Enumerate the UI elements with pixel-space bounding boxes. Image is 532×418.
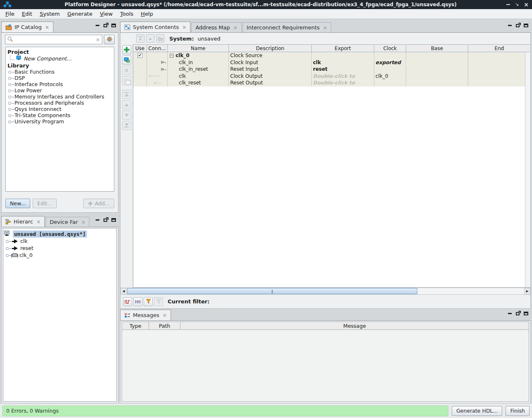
library-item[interactable]: Qsys Interconnect bbox=[7, 106, 113, 112]
export-cell[interactable]: Double-click to bbox=[312, 73, 374, 80]
generate-hdl-button[interactable]: Generate HDL... bbox=[452, 406, 502, 416]
panel-float-icon[interactable] bbox=[516, 312, 520, 315]
hierarchy-item[interactable]: clk bbox=[4, 238, 116, 245]
add-new-component-button[interactable] bbox=[122, 45, 131, 54]
clear-filter-button[interactable] bbox=[154, 297, 163, 306]
column-header-export[interactable]: Export bbox=[312, 45, 374, 52]
base-cell[interactable] bbox=[406, 66, 468, 73]
tab-hierarchy[interactable]: Hierarc × bbox=[1, 216, 45, 227]
clock-cell[interactable] bbox=[374, 52, 406, 59]
window-minimize-button[interactable] bbox=[506, 4, 510, 5]
panel-maximize-icon[interactable] bbox=[111, 24, 116, 27]
move-to-bottom-button[interactable] bbox=[122, 121, 131, 130]
clock-crossing-button[interactable] bbox=[123, 297, 132, 306]
column-header-use[interactable]: Use bbox=[133, 45, 147, 52]
library-item[interactable]: University Program bbox=[7, 118, 113, 125]
menu-system[interactable]: System bbox=[36, 10, 64, 18]
panel-float-icon[interactable] bbox=[516, 24, 520, 27]
column-header-name[interactable]: Name bbox=[168, 45, 229, 52]
use-cell[interactable] bbox=[133, 59, 147, 66]
column-header-message[interactable]: Message bbox=[181, 322, 529, 329]
panel-maximize-icon[interactable] bbox=[524, 312, 528, 315]
tab-close-icon[interactable]: × bbox=[323, 25, 327, 31]
base-cell[interactable] bbox=[406, 52, 468, 59]
connection-wire-icon[interactable]: ×──── bbox=[148, 74, 159, 78]
tree-expander-icon[interactable] bbox=[8, 70, 14, 74]
name-cell[interactable]: clk_reset bbox=[168, 79, 229, 86]
tab-interconnect-requirements[interactable]: Interconnect Requirements × bbox=[243, 22, 332, 32]
port-icon[interactable]: ⊳– bbox=[161, 67, 166, 72]
tab-ip-catalog[interactable]: IP Catalog × bbox=[1, 22, 53, 32]
table-row[interactable]: ⊳–clk_in_resetReset Inputreset bbox=[133, 66, 530, 73]
reset-crossing-button[interactable] bbox=[133, 297, 142, 306]
library-item[interactable]: Tri-State Components bbox=[7, 112, 113, 118]
panel-maximize-icon[interactable] bbox=[524, 24, 528, 27]
name-cell[interactable]: clk_in_reset bbox=[168, 66, 229, 73]
search-clear-icon[interactable]: × bbox=[96, 36, 100, 43]
name-cell[interactable]: clk bbox=[168, 73, 229, 80]
panel-float-icon[interactable] bbox=[104, 219, 107, 222]
scrollbar-track[interactable]: ‖ bbox=[127, 288, 524, 294]
parent-system-button[interactable] bbox=[156, 34, 164, 43]
export-cell[interactable]: clk bbox=[312, 59, 374, 66]
table-row[interactable]: ✔clk_0Clock Source bbox=[133, 52, 530, 59]
move-up-level-button[interactable] bbox=[136, 34, 144, 43]
menu-help[interactable]: Help bbox=[137, 10, 157, 18]
column-header-clock[interactable]: Clock bbox=[374, 45, 406, 52]
panel-minimize-icon[interactable] bbox=[508, 25, 512, 26]
library-item[interactable]: Low Power bbox=[7, 87, 113, 94]
vertical-scrollbar[interactable] bbox=[525, 52, 530, 287]
use-cell[interactable] bbox=[133, 66, 147, 73]
filter-button[interactable] bbox=[144, 297, 153, 306]
panel-minimize-icon[interactable] bbox=[96, 25, 99, 26]
finish-button[interactable]: Finish bbox=[506, 406, 530, 416]
menu-view[interactable]: View bbox=[96, 10, 116, 18]
connections-cell[interactable]: ⊳– bbox=[147, 66, 168, 73]
up-button[interactable] bbox=[146, 34, 154, 43]
scrollbar-thumb[interactable]: ‖ bbox=[127, 288, 417, 294]
table-row[interactable]: ×────clkClock OutputDouble-click toclk_0 bbox=[133, 73, 530, 80]
clock-cell[interactable]: clk_0 bbox=[374, 73, 406, 80]
export-cell[interactable]: reset bbox=[312, 66, 374, 73]
window-restore-button[interactable]: ↘ bbox=[515, 2, 519, 7]
menu-edit[interactable]: Edit bbox=[18, 10, 36, 18]
table-row[interactable]: ⊳–clk_inClock Inputclkexported bbox=[133, 59, 530, 66]
column-header-base[interactable]: Base bbox=[406, 45, 468, 52]
library-item[interactable]: Memory Interfaces and Controllers bbox=[7, 94, 113, 100]
scroll-right-arrow[interactable]: ▶ bbox=[524, 288, 530, 294]
panel-minimize-icon[interactable] bbox=[96, 219, 99, 221]
connections-cell[interactable] bbox=[147, 52, 168, 59]
hierarchy-item[interactable]: reset bbox=[4, 245, 116, 252]
tree-expander-icon[interactable] bbox=[8, 113, 14, 118]
export-cell[interactable] bbox=[312, 52, 374, 59]
library-item[interactable]: Basic Functions bbox=[7, 69, 113, 75]
end-cell[interactable] bbox=[468, 79, 530, 86]
remove-component-button[interactable]: × bbox=[122, 66, 131, 75]
ip-catalog-settings-button[interactable] bbox=[104, 35, 115, 44]
name-cell[interactable]: clk_in bbox=[168, 59, 229, 66]
menu-tools[interactable]: Tools bbox=[116, 10, 137, 18]
table-empty-area[interactable] bbox=[133, 86, 530, 288]
tab-close-icon[interactable]: × bbox=[234, 25, 238, 31]
tree-expander-icon[interactable] bbox=[8, 107, 14, 112]
library-item[interactable]: DSP bbox=[7, 75, 113, 81]
move-to-top-button[interactable] bbox=[122, 90, 131, 99]
move-up-button[interactable] bbox=[122, 100, 131, 109]
edit-button[interactable]: Edit... bbox=[33, 199, 57, 208]
tab-device-family[interactable]: Device Far × bbox=[46, 217, 89, 227]
column-header-end[interactable]: End bbox=[468, 45, 530, 52]
tree-item-new-component[interactable]: New Component... bbox=[7, 55, 113, 62]
tree-expander-icon[interactable] bbox=[8, 119, 14, 124]
use-checkbox[interactable]: ✔ bbox=[137, 53, 142, 58]
tree-expander-icon[interactable] bbox=[8, 82, 14, 87]
clock-cell[interactable]: exported bbox=[374, 59, 406, 66]
window-close-button[interactable]: × bbox=[524, 2, 529, 7]
column-header-type[interactable]: Type bbox=[122, 322, 149, 329]
connections-cell[interactable]: ×── bbox=[147, 79, 168, 86]
library-item[interactable]: Processors and Peripherals bbox=[7, 100, 113, 106]
tab-address-map[interactable]: Address Map × bbox=[191, 22, 241, 32]
scroll-left-arrow[interactable]: ◀ bbox=[120, 288, 127, 294]
tree-expander-icon[interactable] bbox=[8, 88, 14, 93]
end-cell[interactable] bbox=[468, 59, 530, 66]
panel-maximize-icon[interactable] bbox=[111, 218, 116, 222]
